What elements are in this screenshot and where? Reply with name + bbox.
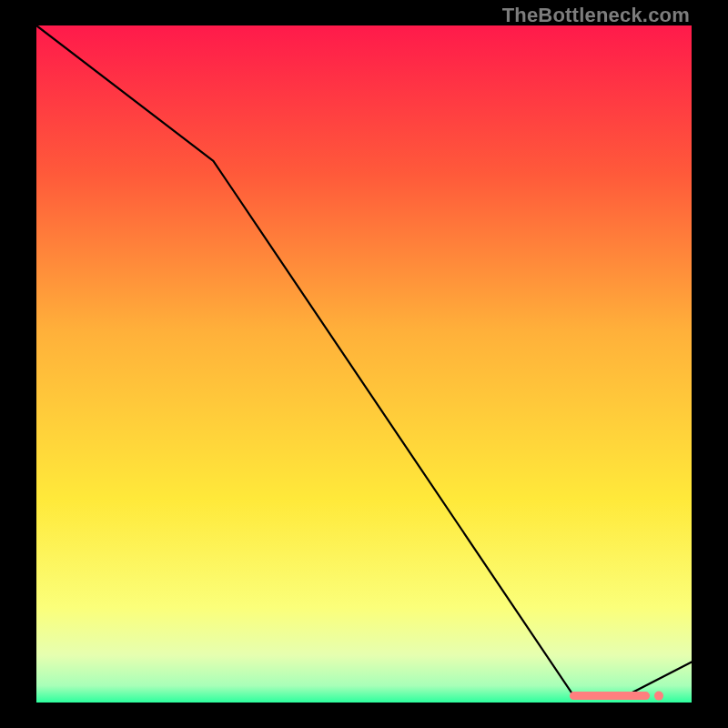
attribution-label: TheBottleneck.com xyxy=(502,4,690,27)
gradient-background xyxy=(36,25,692,703)
optimal-range-end-dot xyxy=(654,692,663,701)
plot-area xyxy=(36,25,692,703)
chart-frame: TheBottleneck.com xyxy=(0,0,728,728)
chart-svg xyxy=(36,25,692,703)
